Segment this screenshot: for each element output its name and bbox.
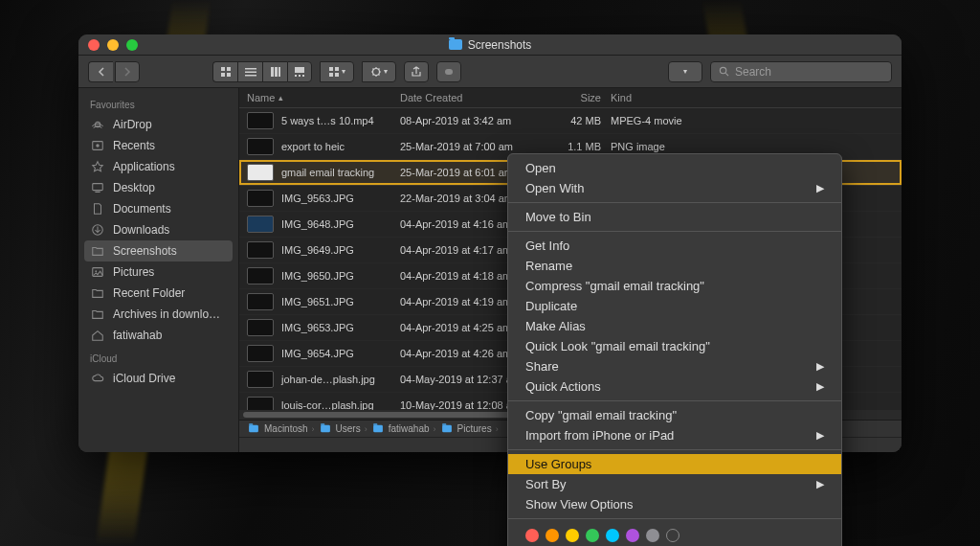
airdrop-icon xyxy=(90,117,105,132)
context-use-groups[interactable]: Use Groups xyxy=(508,454,841,474)
sidebar-item-screenshots[interactable]: Screenshots xyxy=(84,240,233,262)
downloads-icon xyxy=(90,222,105,238)
breadcrumb-item[interactable]: Pictures xyxy=(440,423,492,434)
file-thumbnail-icon xyxy=(247,345,274,362)
view-gallery-button[interactable] xyxy=(287,61,312,82)
share-button[interactable] xyxy=(404,61,429,82)
file-name: gmail email tracking xyxy=(281,167,374,178)
tag-color-dot[interactable] xyxy=(546,529,559,542)
sidebar-item-documents[interactable]: Documents xyxy=(78,198,238,219)
context-show-view-options[interactable]: Show View Options xyxy=(508,494,841,514)
submenu-arrow-icon: ▶ xyxy=(816,429,824,442)
sidebar-item-desktop[interactable]: Desktop xyxy=(78,177,238,198)
file-kind: PNG image xyxy=(611,141,716,152)
file-date: 25-Mar-2019 at 7:00 am xyxy=(400,141,544,152)
sidebar-item-fatiwahab[interactable]: fatiwahab xyxy=(78,325,238,346)
context-share[interactable]: Share▶ xyxy=(508,356,841,376)
submenu-arrow-icon: ▶ xyxy=(816,360,824,373)
breadcrumb-label: Pictures xyxy=(457,423,492,434)
column-name[interactable]: Name▴ xyxy=(247,92,400,103)
view-list-button[interactable] xyxy=(237,61,262,82)
maximize-button[interactable] xyxy=(126,39,138,51)
file-name: IMG_9653.JPG xyxy=(281,322,354,333)
svg-rect-9 xyxy=(278,67,280,77)
file-name: IMG_9651.JPG xyxy=(281,296,354,307)
chevron-right-icon: › xyxy=(496,424,499,434)
dropdown-button[interactable]: ▾ xyxy=(668,61,702,82)
context-quick-look[interactable]: Quick Look "gmail email tracking" xyxy=(508,336,841,356)
sidebar-item-downloads[interactable]: Downloads xyxy=(78,219,238,240)
svg-rect-15 xyxy=(335,67,339,71)
breadcrumb-item[interactable]: Users xyxy=(319,423,361,434)
svg-rect-3 xyxy=(227,73,231,77)
minimize-button[interactable] xyxy=(107,39,119,51)
sidebar-item-archives-in-downlo-[interactable]: Archives in downlo… xyxy=(78,304,238,325)
folder-icon xyxy=(442,425,452,433)
context-copy[interactable]: Copy "gmail email tracking" xyxy=(508,405,841,425)
context-quick-actions[interactable]: Quick Actions▶ xyxy=(508,376,841,397)
tag-color-dot[interactable] xyxy=(586,529,599,542)
svg-rect-25 xyxy=(93,184,103,191)
back-button[interactable] xyxy=(88,61,113,82)
search-placeholder: Search xyxy=(735,65,771,79)
view-icons-button[interactable] xyxy=(212,61,237,82)
context-open[interactable]: Open xyxy=(508,158,841,178)
svg-rect-7 xyxy=(271,67,274,77)
breadcrumb-item[interactable]: Macintosh xyxy=(247,423,308,434)
context-compress[interactable]: Compress "gmail email tracking" xyxy=(508,276,841,296)
svg-rect-1 xyxy=(227,67,231,71)
search-input[interactable]: Search xyxy=(710,61,892,82)
tag-color-dot[interactable] xyxy=(626,529,639,542)
context-get-info[interactable]: Get Info xyxy=(508,236,841,256)
svg-rect-10 xyxy=(295,67,304,73)
sidebar-item-pictures[interactable]: Pictures xyxy=(78,262,238,283)
sidebar-item-airdrop[interactable]: AirDrop xyxy=(78,114,238,135)
applications-icon xyxy=(90,159,105,174)
nav-buttons xyxy=(88,61,140,82)
context-import[interactable]: Import from iPhone or iPad▶ xyxy=(508,425,841,445)
sidebar-item-applications[interactable]: Applications xyxy=(78,156,238,177)
context-rename[interactable]: Rename xyxy=(508,256,841,276)
arrange-button[interactable]: ▾ xyxy=(320,61,354,82)
svg-rect-14 xyxy=(329,67,333,71)
file-row[interactable]: 5 ways t…s 10.mp408-Apr-2019 at 3:42 am4… xyxy=(239,108,902,134)
file-thumbnail-icon xyxy=(247,164,274,181)
traffic-lights xyxy=(88,39,138,51)
context-make-alias[interactable]: Make Alias xyxy=(508,316,841,336)
view-columns-button[interactable] xyxy=(262,61,287,82)
breadcrumb-item[interactable]: fatiwahab xyxy=(371,423,430,434)
column-kind[interactable]: Kind xyxy=(611,92,716,103)
context-open-with[interactable]: Open With▶ xyxy=(508,178,841,198)
sidebar-item-recents[interactable]: Recents xyxy=(78,135,238,156)
action-button[interactable]: ▾ xyxy=(362,61,396,82)
file-thumbnail-icon xyxy=(247,216,274,233)
svg-rect-12 xyxy=(299,75,301,77)
context-duplicate[interactable]: Duplicate xyxy=(508,296,841,316)
tags-button[interactable] xyxy=(436,61,461,82)
close-button[interactable] xyxy=(88,39,100,51)
tag-color-dot[interactable] xyxy=(646,529,659,542)
forward-button[interactable] xyxy=(115,61,140,82)
sidebar-item-label: AirDrop xyxy=(113,118,152,131)
svg-rect-13 xyxy=(302,75,304,77)
sidebar-item-label: Screenshots xyxy=(113,244,177,258)
chevron-right-icon: › xyxy=(312,424,315,434)
sidebar-heading-favourites: Favourites xyxy=(78,92,238,114)
tag-color-dot[interactable] xyxy=(606,529,619,542)
column-size[interactable]: Size xyxy=(544,92,611,103)
column-date-created[interactable]: Date Created xyxy=(400,92,544,103)
tag-color-none[interactable] xyxy=(666,529,679,542)
file-thumbnail-icon xyxy=(247,293,274,310)
pictures-icon xyxy=(90,264,105,280)
context-move-to-bin[interactable]: Move to Bin xyxy=(508,207,841,227)
context-sort-by[interactable]: Sort By▶ xyxy=(508,474,841,494)
window-title: Screenshots xyxy=(449,38,532,52)
sidebar: Favourites AirDropRecentsApplicationsDes… xyxy=(78,88,239,452)
svg-rect-19 xyxy=(445,69,453,75)
tag-color-dot[interactable] xyxy=(566,529,579,542)
sidebar-item-label: Applications xyxy=(113,160,175,173)
tag-color-dot[interactable] xyxy=(525,529,539,542)
sidebar-item-recent-folder[interactable]: Recent Folder xyxy=(78,283,238,304)
view-mode-group xyxy=(212,61,312,82)
sidebar-item-icloud-drive[interactable]: iCloud Drive xyxy=(78,368,238,389)
